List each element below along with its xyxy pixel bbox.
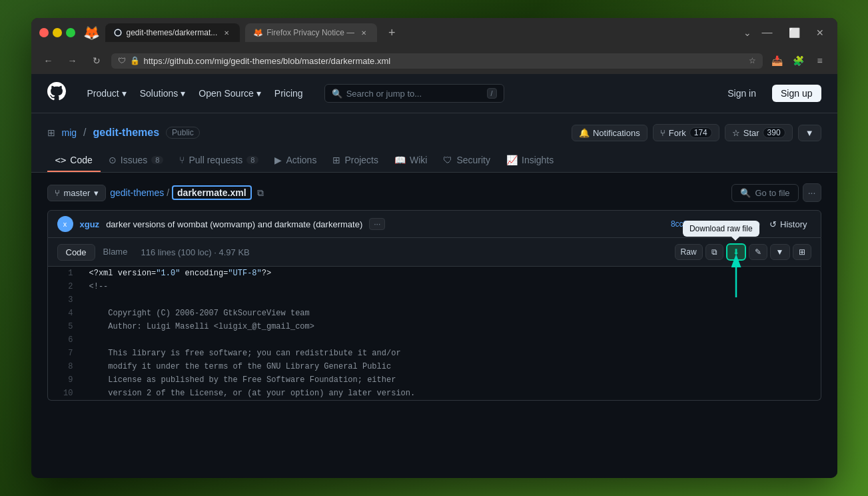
commit-extra-button[interactable]: ··· — [369, 218, 385, 230]
code-line-2: 2 <!-- — [48, 280, 821, 293]
nav-solutions[interactable]: Solutions ▾ — [135, 84, 191, 103]
history-button[interactable]: ↺ History — [765, 218, 811, 231]
repo-icon: ⊞ — [47, 127, 55, 138]
symbols-button[interactable]: ⊞ — [793, 244, 811, 260]
file-more-button[interactable]: ··· — [803, 183, 821, 202]
browser-tab-active[interactable]: gedit-themes/darkermat... ✕ — [105, 23, 240, 42]
line-content: version 2 of the License, or (at your op… — [81, 387, 821, 400]
forward-button[interactable]: → — [63, 51, 82, 70]
go-to-file-button[interactable]: 🔍 Go to file — [731, 184, 798, 202]
github-header-actions: Sign in Sign up — [719, 85, 821, 102]
menu-button[interactable]: ≡ — [811, 51, 829, 70]
star-button[interactable]: ☆ Star 390 — [725, 124, 793, 141]
history-icon: ↺ — [769, 219, 777, 229]
title-bar: 🦊 gedit-themes/darkermat... ✕ 🦊 Firefox … — [31, 18, 837, 47]
code-icon: <> — [55, 155, 67, 165]
repo-area: ⊞ mig / gedit-themes Public 🔔 Notificati… — [31, 113, 837, 173]
branch-chevron-icon: ▾ — [94, 188, 99, 198]
line-number: 5 — [48, 320, 81, 333]
tab-label-1: gedit-themes/darkermat... — [127, 28, 218, 37]
breadcrumb-repo-link[interactable]: gedit-themes — [110, 187, 164, 198]
signin-button[interactable]: Sign in — [719, 85, 764, 101]
issues-badge: 8 — [151, 156, 163, 164]
chevron-down-icon: ▾ — [256, 88, 261, 99]
nav-actions: 📥 🧩 ≡ — [768, 51, 829, 70]
refresh-button[interactable]: ↻ — [87, 51, 106, 70]
wiki-icon: 📖 — [394, 155, 406, 165]
breadcrumb-separator: / — [167, 187, 169, 198]
tab-issues[interactable]: ⊙ Issues 8 — [101, 149, 172, 172]
tab-favicon-1 — [113, 28, 123, 37]
tab-actions[interactable]: ▶ Actions — [266, 149, 324, 172]
pocket-button[interactable]: 📥 — [768, 51, 787, 70]
tab-close-1[interactable]: ✕ — [221, 27, 232, 38]
copy-raw-button[interactable]: ⧉ — [705, 244, 723, 260]
address-bar[interactable]: 🛡 🔒 https://github.com/mig/gedit-themes/… — [111, 53, 763, 69]
window-close-btn[interactable] — [39, 28, 49, 37]
nav-open-source[interactable]: Open Source ▾ — [193, 84, 266, 103]
back-button[interactable]: ← — [39, 51, 58, 70]
commit-author[interactable]: xguz — [80, 219, 100, 229]
tab-favicon-2: 🦊 — [253, 28, 262, 37]
new-tab-button[interactable]: + — [382, 23, 401, 42]
file-content-header: Code Blame 116 lines (100 loc) · 4.97 KB… — [47, 238, 821, 267]
fork-count: 174 — [689, 127, 712, 138]
code-line-6: 6 — [48, 333, 821, 347]
line-number: 7 — [48, 347, 81, 360]
window-controls — [39, 28, 75, 37]
file-actions: Raw ⧉ ⬇ Download raw file — [675, 243, 811, 261]
tabs-overflow-btn[interactable]: ⌄ — [743, 27, 751, 38]
signup-button[interactable]: Sign up — [772, 85, 821, 102]
fork-button[interactable]: ⑂ Fork 174 — [653, 124, 719, 141]
address-bar-star[interactable]: ☆ — [749, 56, 756, 65]
line-content: Copyright (C) 2006-2007 GtkSourceView te… — [81, 307, 821, 320]
line-content: <!-- — [81, 280, 821, 293]
tab-close-2[interactable]: ✕ — [358, 27, 369, 38]
tab-wiki[interactable]: 📖 Wiki — [386, 149, 435, 172]
tab-code[interactable]: <> Code — [47, 149, 101, 172]
browser-tab-inactive[interactable]: 🦊 Firefox Privacy Notice — ✕ — [245, 23, 377, 42]
tab-projects[interactable]: ⊞ Projects — [324, 149, 386, 172]
branch-icon: ⑂ — [55, 188, 60, 198]
tab-pull-requests[interactable]: ⑂ Pull requests 8 — [171, 149, 266, 172]
win-restore-right[interactable]: ⬜ — [783, 26, 805, 39]
code-block: 1 <?xml version="1.0" encoding="UTF-8"?>… — [47, 267, 821, 401]
actions-icon: ▶ — [274, 155, 282, 165]
tab-blame-view[interactable]: Blame — [95, 244, 136, 261]
window-minimize-btn[interactable] — [53, 28, 62, 37]
commit-avatar: x — [57, 216, 73, 232]
window-maximize-btn[interactable] — [66, 28, 75, 37]
download-raw-button[interactable]: ⬇ — [726, 243, 746, 261]
nav-product[interactable]: Product ▾ — [82, 84, 132, 103]
pr-badge: 8 — [246, 156, 258, 164]
search-bar[interactable]: 🔍 Search or jump to... / — [324, 84, 504, 103]
star-more-button[interactable]: ▼ — [798, 125, 821, 141]
extensions-button[interactable]: 🧩 — [789, 51, 808, 70]
github-logo[interactable] — [47, 82, 66, 105]
copy-path-button[interactable]: ⧉ — [257, 187, 264, 199]
nav-pricing[interactable]: Pricing — [269, 84, 308, 103]
repo-name[interactable]: gedit-themes — [93, 127, 160, 139]
tab-security[interactable]: 🛡 Security — [435, 149, 498, 172]
repo-owner[interactable]: mig — [62, 127, 77, 138]
notifications-button[interactable]: 🔔 Notifications — [572, 125, 648, 141]
raw-button[interactable]: Raw — [675, 244, 703, 260]
chevron-down-icon: ▾ — [122, 88, 127, 99]
tab-insights[interactable]: 📈 Insights — [498, 149, 562, 172]
branch-selector[interactable]: ⑂ master ▾ — [47, 185, 107, 201]
code-line-9: 9 License as published by the Free Softw… — [48, 373, 821, 387]
line-number: 10 — [48, 387, 81, 400]
repo-header: ⊞ mig / gedit-themes Public 🔔 Notificati… — [47, 124, 821, 141]
edit-button[interactable]: ✎ — [749, 244, 767, 260]
branch-name: master — [64, 188, 91, 198]
line-number: 2 — [48, 280, 81, 293]
win-minimize-right[interactable]: — — [757, 25, 778, 40]
more-file-actions-button[interactable]: ▼ — [770, 244, 790, 260]
line-content — [81, 293, 821, 307]
star-count: 390 — [763, 127, 785, 138]
tab-code-view[interactable]: Code — [57, 244, 95, 261]
line-number: 6 — [48, 333, 81, 347]
github-nav: Product ▾ Solutions ▾ Open Source ▾ Pric… — [82, 84, 308, 103]
win-close-right[interactable]: ✕ — [811, 26, 829, 39]
repo-separator: / — [83, 127, 86, 139]
